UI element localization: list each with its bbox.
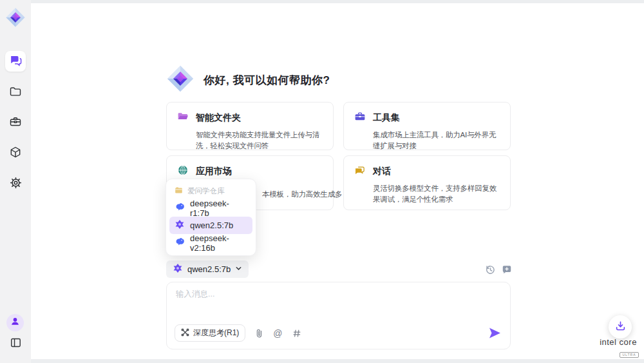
- card-title: 应用市场: [196, 166, 232, 177]
- intel-core-logo: intel core ultra: [596, 337, 641, 358]
- panel-toggle-icon: [10, 337, 22, 351]
- download-fab[interactable]: [609, 315, 632, 338]
- app-logo-icon: [5, 7, 26, 28]
- send-button[interactable]: [489, 328, 501, 338]
- card-title: 工具集: [373, 112, 400, 124]
- sidebar-item-folders[interactable]: [5, 83, 26, 103]
- card-desc-fragment: 本模板，助力高效生成多: [262, 190, 342, 199]
- history-button[interactable]: [484, 263, 497, 276]
- composer: 深度思考(R1) @: [166, 282, 511, 349]
- card-title: 对话: [373, 166, 391, 177]
- briefcase-icon: [9, 115, 22, 131]
- model-selector[interactable]: qwen2.5:7b: [166, 260, 249, 278]
- hash-button[interactable]: [292, 329, 301, 338]
- gear-icon: [9, 176, 23, 192]
- download-icon: [615, 320, 626, 334]
- repo-icon: [175, 186, 183, 196]
- app-market-icon: [177, 164, 189, 179]
- card-desc: 集成市场上主流工具，助力AI与外界无缝扩展与对接: [373, 130, 500, 152]
- greeting-logo-icon: [166, 64, 194, 95]
- card-title: 智能文件夹: [196, 112, 241, 124]
- attach-button[interactable]: [255, 328, 263, 338]
- greeting: 你好, 我可以如何帮助你?: [166, 64, 330, 95]
- dialog-icon: [354, 164, 366, 179]
- card-smart-folder[interactable]: 智能文件夹 智能文件夹功能支持批量文件上传与清洗，轻松实现文件问答: [166, 102, 334, 150]
- cube-icon: [9, 146, 22, 161]
- folder-icon: [9, 85, 22, 101]
- card-toolset[interactable]: 工具集 集成市场上主流工具，助力AI与外界无缝扩展与对接: [343, 102, 511, 150]
- sidebar-item-toolbox[interactable]: [5, 113, 26, 133]
- card-dialog[interactable]: 对话 灵活切换多模型文件，支持多样回复效果调试，满足个性化需求: [343, 155, 511, 210]
- main-panel: 你好, 我可以如何帮助你? 智能文件夹 智能文件夹功能支持批量文件上传与清洗，轻…: [31, 3, 644, 359]
- intel-core-text: intel core: [596, 337, 641, 347]
- model-option-deepseek-r1[interactable]: deepseek-r1:7b: [169, 199, 252, 217]
- mention-button[interactable]: @: [273, 328, 282, 338]
- sidebar-item-settings[interactable]: [5, 173, 26, 194]
- model-dropdown-header: 爱问学仓库: [169, 183, 252, 199]
- model-option-qwen[interactable]: qwen2.5:7b: [169, 217, 252, 234]
- qwen-icon: [173, 263, 183, 275]
- chevron-down-icon: [235, 264, 242, 274]
- message-input[interactable]: [176, 289, 498, 318]
- deep-think-label: 深度思考(R1): [193, 328, 239, 338]
- model-dropdown: 爱问学仓库 deepseek-r1:7b qwen2.5:7b: [166, 179, 256, 256]
- model-selector-label: qwen2.5:7b: [187, 264, 231, 274]
- sidebar: [0, 0, 31, 363]
- greeting-title: 你好, 我可以如何帮助你?: [204, 73, 330, 88]
- qwen-icon: [175, 219, 185, 231]
- smart-folder-icon: [177, 111, 189, 125]
- chat-icon: [9, 54, 22, 69]
- user-avatar[interactable]: [6, 314, 24, 331]
- deepseek-icon: [175, 237, 185, 249]
- new-chat-button[interactable]: [500, 263, 513, 276]
- model-option-deepseek-v2[interactable]: deepseek-v2:16b: [169, 234, 252, 251]
- intel-ultra-badge: ultra: [620, 352, 638, 358]
- card-desc: 智能文件夹功能支持批量文件上传与清洗，轻松实现文件问答: [196, 130, 323, 152]
- deepseek-icon: [175, 202, 185, 214]
- sidebar-item-models[interactable]: [5, 143, 26, 164]
- sidebar-item-chat[interactable]: [5, 51, 26, 72]
- toolbox-icon: [354, 111, 366, 125]
- deep-think-icon: [181, 328, 189, 338]
- user-icon: [10, 317, 20, 329]
- card-desc: 灵活切换多模型文件，支持多样回复效果调试，满足个性化需求: [373, 183, 500, 205]
- panel-toggle-button[interactable]: [8, 336, 23, 351]
- deep-think-toggle[interactable]: 深度思考(R1): [175, 324, 245, 342]
